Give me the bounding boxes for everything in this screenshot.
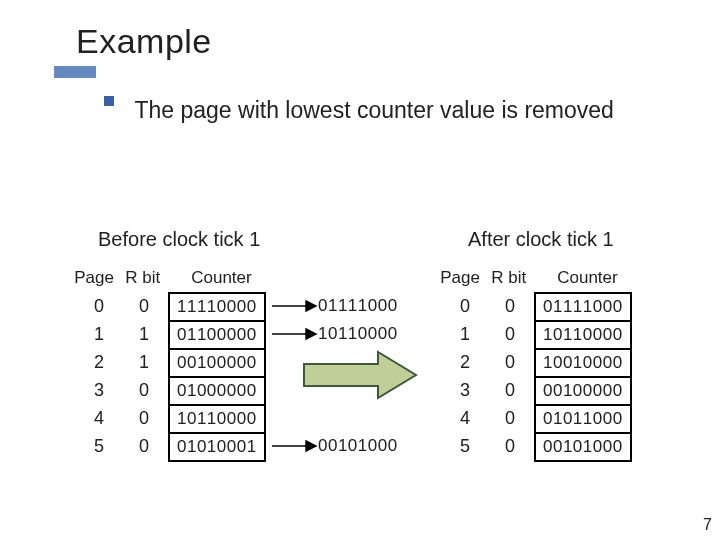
cell: 1 xyxy=(135,320,153,348)
svg-marker-6 xyxy=(304,352,416,398)
counter-cell: 01111000 xyxy=(535,293,631,321)
cell: 5 xyxy=(90,432,108,460)
col-page-before: 0 1 2 3 4 5 xyxy=(90,292,108,460)
header-page: Page xyxy=(72,268,116,288)
arrow-icon xyxy=(270,324,318,344)
header-counter: Counter xyxy=(547,268,627,288)
bullet-text: The page with lowest counter value is re… xyxy=(134,96,644,125)
title-block: Example xyxy=(76,22,212,61)
cell: 2 xyxy=(90,348,108,376)
accent-bar xyxy=(54,66,96,78)
cell: 0 xyxy=(501,432,519,460)
header-rbit: R bit xyxy=(121,268,165,288)
arrow-icon xyxy=(270,296,318,316)
header-page: Page xyxy=(438,268,482,288)
counter-cell: 01100000 xyxy=(169,321,265,349)
counter-table-after: 01111000 10110000 10010000 00100000 0101… xyxy=(534,292,632,462)
counter-cell: 10010000 xyxy=(535,349,631,377)
counter-table-before: 11110000 01100000 00100000 01000000 1011… xyxy=(168,292,266,462)
counter-cell: 01010001 xyxy=(169,433,265,461)
cell: 0 xyxy=(456,292,474,320)
counter-cell: 10110000 xyxy=(535,321,631,349)
counter-cell: 01000000 xyxy=(169,377,265,405)
cell: 2 xyxy=(456,348,474,376)
svg-marker-1 xyxy=(306,301,316,311)
col-rbit-after: 0 0 0 0 0 0 xyxy=(501,292,519,460)
cell: 0 xyxy=(501,320,519,348)
counter-cell: 00100000 xyxy=(169,349,265,377)
counter-cell: 00100000 xyxy=(535,377,631,405)
mid-value: 10110000 xyxy=(318,320,398,348)
headers-right: Page R bit Counter xyxy=(438,268,627,288)
cell: 5 xyxy=(456,432,474,460)
cell: 3 xyxy=(90,376,108,404)
cell: 0 xyxy=(135,432,153,460)
counter-cell: 11110000 xyxy=(169,293,265,321)
cell: 0 xyxy=(501,376,519,404)
square-bullet-icon xyxy=(104,96,114,106)
cell: 0 xyxy=(90,292,108,320)
header-counter: Counter xyxy=(181,268,261,288)
cell: 4 xyxy=(456,404,474,432)
page-number: 7 xyxy=(703,516,712,534)
bullet-row: The page with lowest counter value is re… xyxy=(104,96,664,125)
cell: 0 xyxy=(501,292,519,320)
cell: 0 xyxy=(135,376,153,404)
svg-marker-3 xyxy=(306,329,316,339)
cell: 3 xyxy=(456,376,474,404)
cell: 1 xyxy=(456,320,474,348)
big-arrow-icon xyxy=(300,350,420,400)
slide-title: Example xyxy=(76,22,212,60)
mid-value: 00101000 xyxy=(318,432,398,460)
mid-value xyxy=(318,404,398,432)
col-page-after: 0 1 2 3 4 5 xyxy=(456,292,474,460)
cell: 0 xyxy=(135,404,153,432)
header-rbit: R bit xyxy=(487,268,531,288)
slide: Example The page with lowest counter val… xyxy=(0,0,720,540)
cell: 0 xyxy=(501,348,519,376)
caption-after: After clock tick 1 xyxy=(468,228,614,251)
cell: 1 xyxy=(135,348,153,376)
counter-cell: 10110000 xyxy=(169,405,265,433)
col-rbit-before: 0 1 1 0 0 0 xyxy=(135,292,153,460)
caption-before: Before clock tick 1 xyxy=(98,228,260,251)
cell: 0 xyxy=(501,404,519,432)
cell: 1 xyxy=(90,320,108,348)
svg-marker-5 xyxy=(306,441,316,451)
counter-cell: 01011000 xyxy=(535,405,631,433)
mid-value: 01111000 xyxy=(318,292,398,320)
cell: 0 xyxy=(135,292,153,320)
arrow-icon xyxy=(270,436,318,456)
headers-left: Page R bit Counter xyxy=(72,268,261,288)
counter-cell: 00101000 xyxy=(535,433,631,461)
cell: 4 xyxy=(90,404,108,432)
